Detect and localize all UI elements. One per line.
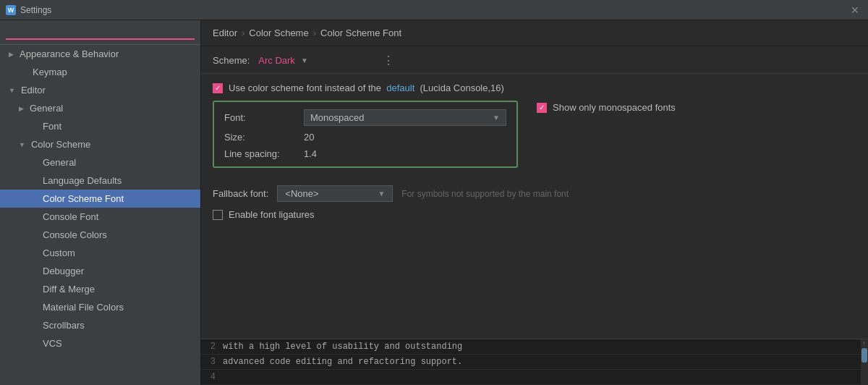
ligatures-checkbox[interactable] [213, 210, 223, 220]
checkbox-check-icon: ✓ [215, 84, 221, 92]
font-row: Font: Monospaced ▼ [224, 109, 506, 126]
sidebar-item-label: Diff & Merge [43, 284, 95, 295]
monospaced-checkbox[interactable]: ✓ [537, 103, 547, 113]
close-button[interactable]: ✕ [848, 3, 862, 17]
breadcrumb-sep-2: › [313, 28, 316, 38]
sidebar-item-label: Console Font [43, 211, 98, 222]
line-number: 3 [201, 357, 223, 367]
search-bar [0, 20, 200, 45]
scheme-label: Scheme: [213, 55, 250, 66]
sidebar-item-vcs[interactable]: VCS [0, 334, 200, 352]
content-area: Editor › Color Scheme › Color Scheme Fon… [201, 20, 868, 385]
sidebar-item-cs-consolecolors[interactable]: Console Colors [0, 226, 200, 244]
linespacing-value: 1.4 [304, 148, 317, 159]
sidebar-item-debugger[interactable]: Debugger [0, 262, 200, 280]
scheme-dropdown[interactable]: Arc Dark ▼ [258, 55, 374, 66]
scroll-thumb[interactable] [861, 348, 867, 363]
size-label: Size: [224, 132, 304, 143]
fallback-dropdown[interactable]: <None> ▼ [277, 185, 393, 202]
sidebar: ▶Appearance & BehaviorKeymap▼Editor▶Gene… [0, 20, 201, 385]
monospaced-label: Show only monospaced fonts [553, 102, 676, 113]
label-before: Use color scheme font instead of the [229, 82, 381, 93]
font-box: Font: Monospaced ▼ Size: 20 Line spacing… [213, 101, 518, 168]
sidebar-item-cs-general[interactable]: General [0, 153, 200, 172]
scheme-dropdown-arrow-icon: ▼ [301, 56, 308, 64]
size-value: 20 [304, 132, 314, 143]
monospaced-row: ✓ Show only monospaced fonts [529, 102, 676, 113]
sidebar-item-diffmerge[interactable]: Diff & Merge [0, 280, 200, 298]
font-dropdown[interactable]: Monospaced ▼ [304, 109, 506, 126]
sidebar-item-cs-font[interactable]: Color Scheme Font [0, 190, 200, 208]
size-row: Size: 20 [224, 132, 506, 143]
arrow-icon: ▶ [9, 51, 14, 58]
ligatures-row: Enable font ligatures [213, 209, 856, 220]
preview-wrapper: 2 with a high level of usability and out… [201, 339, 868, 385]
scheme-more-button[interactable]: ⋮ [383, 54, 394, 67]
sidebar-item-label: Scrollbars [43, 320, 85, 331]
line-number: 4 [201, 372, 223, 382]
linespacing-row: Line spacing: 1.4 [224, 148, 506, 159]
line-content: advanced code editing and refactoring su… [223, 357, 462, 367]
use-color-scheme-font-row: ✓ Use color scheme font instead of the d… [213, 82, 856, 93]
settings-content: ✓ Use color scheme font instead of the d… [201, 74, 868, 339]
breadcrumb-item-colorscheme: Color Scheme [249, 28, 308, 38]
font-label: Font: [224, 112, 304, 123]
sidebar-item-label: General [30, 103, 63, 114]
sidebar-item-label: Editor [21, 85, 46, 96]
title-bar-left: W Settings [6, 5, 51, 15]
breadcrumb-item-csf: Color Scheme Font [320, 28, 401, 38]
sidebar-item-colorscheme[interactable]: ▼Color Scheme [0, 135, 200, 153]
scheme-value: Arc Dark [258, 55, 295, 66]
fallback-dropdown-arrow-icon: ▼ [378, 190, 385, 198]
title-bar-title: Settings [20, 5, 51, 15]
sidebar-item-label: Debugger [43, 266, 84, 276]
breadcrumb-item-editor: Editor [213, 28, 237, 38]
default-link[interactable]: default [386, 82, 414, 93]
sidebar-item-scrollbars[interactable]: Scrollbars [0, 316, 200, 334]
arrow-icon: ▼ [9, 87, 15, 94]
sidebar-item-appearance[interactable]: ▶Appearance & Behavior [0, 45, 200, 63]
sidebar-item-editor[interactable]: ▼Editor [0, 81, 200, 99]
sidebar-item-keymap[interactable]: Keymap [0, 63, 200, 81]
preview-area: 2 with a high level of usability and out… [201, 339, 868, 385]
preview-line: 3 advanced code editing and refactoring … [201, 355, 861, 370]
sidebar-item-font[interactable]: Font [0, 117, 200, 135]
preview-scrollbar[interactable]: ↑ [861, 339, 868, 385]
line-content: with a high level of usability and outst… [223, 342, 462, 352]
label-after: (Lucida Console,16) [420, 82, 504, 93]
scroll-up-arrow-icon[interactable]: ↑ [862, 341, 867, 348]
arrow-icon: ▶ [19, 105, 24, 112]
preview-line: 2 with a high level of usability and out… [201, 339, 861, 355]
sidebar-item-cs-langdefaults[interactable]: Language Defaults [0, 172, 200, 190]
fallback-value: <None> [285, 188, 318, 199]
search-input[interactable] [6, 25, 195, 40]
monospaced-check-icon: ✓ [539, 103, 545, 111]
sidebar-item-label: Font [43, 121, 61, 132]
scheme-row: Scheme: Arc Dark ▼ ⋮ [201, 46, 868, 74]
sidebar-item-materialfilecolors[interactable]: Material File Colors [0, 298, 200, 316]
fallback-hint: For symbols not supported by the main fo… [401, 189, 569, 199]
app-icon: W [6, 5, 16, 15]
preview-line: 4 [201, 370, 861, 385]
sidebar-item-label: Console Colors [43, 229, 107, 240]
ligatures-label: Enable font ligatures [229, 209, 315, 220]
font-section: Font: Monospaced ▼ Size: 20 Line spacing… [213, 101, 856, 177]
font-dropdown-arrow-icon: ▼ [493, 114, 500, 122]
breadcrumb: Editor › Color Scheme › Color Scheme Fon… [201, 20, 868, 46]
sidebar-item-label: VCS [43, 338, 62, 349]
sidebar-item-custom[interactable]: Custom [0, 244, 200, 262]
fallback-row: Fallback font: <None> ▼ For symbols not … [213, 185, 856, 202]
sidebar-item-label: Keymap [33, 67, 67, 77]
use-color-scheme-font-label: Use color scheme font instead of the def… [229, 82, 504, 93]
title-bar: W Settings ✕ [0, 0, 868, 20]
linespacing-label: Line spacing: [224, 148, 304, 159]
sidebar-item-label: General [43, 157, 76, 168]
sidebar-item-label: Color Scheme Font [43, 193, 124, 204]
font-dropdown-text: Monospaced [310, 112, 364, 123]
sidebar-item-label: Appearance & Behavior [20, 48, 119, 59]
sidebar-item-cs-consolefont[interactable]: Console Font [0, 208, 200, 226]
use-color-scheme-font-checkbox[interactable]: ✓ [213, 83, 223, 93]
sidebar-item-label: Language Defaults [43, 175, 122, 186]
sidebar-item-general[interactable]: ▶General [0, 99, 200, 117]
sidebar-items-container: ▶Appearance & BehaviorKeymap▼Editor▶Gene… [0, 45, 200, 352]
